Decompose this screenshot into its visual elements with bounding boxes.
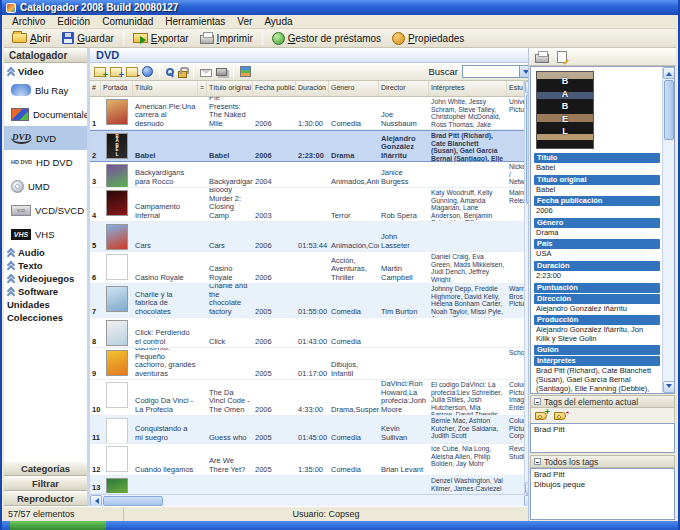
umd-icon	[11, 180, 24, 193]
sidebar-group-software[interactable]: Software	[4, 285, 87, 298]
scrollbar-thumb[interactable]	[664, 80, 674, 140]
sidebar-panel-categorias[interactable]: Categorías	[4, 461, 87, 476]
table-row[interactable]: 8Click: Perdiendo el controlClick200601:…	[90, 318, 524, 348]
table-row[interactable]: 10Codigo Da Vinci - La ProfeciaThe Da Vi…	[90, 380, 524, 416]
collapse-icon[interactable]	[534, 458, 541, 465]
table-cell-num: 3	[90, 162, 101, 187]
all-tags-list[interactable]: Brad PittDibujos peque	[530, 468, 675, 520]
sidebar-item-vcd-svcd[interactable]: VCDVCD/SVCD	[4, 198, 87, 222]
sidebar-group-label: Texto	[18, 260, 43, 271]
scroll-up-button[interactable]	[663, 67, 675, 79]
sidebar-item-vhs[interactable]: VHSVHS	[4, 222, 87, 246]
toolbar-button-guardar[interactable]: Guardar	[57, 31, 119, 45]
toolbar-button-abrir[interactable]: Abrir	[7, 32, 56, 45]
table-cell-portada	[101, 476, 133, 493]
remove-item-icon[interactable]	[126, 67, 138, 77]
toolbar-button-propiedades[interactable]: Propiedades	[387, 31, 469, 46]
sidebar-group-colecciones[interactable]: Colecciones	[4, 311, 87, 324]
report-icon[interactable]	[557, 51, 567, 63]
table-cell-genre: Terror	[329, 188, 379, 221]
toolbar-button-imprimir[interactable]: Imprimir	[195, 31, 258, 45]
sidebar-item-hd-dvd[interactable]: HD DVDHD DVD	[4, 150, 87, 174]
sidebar-group-texto[interactable]: Texto	[4, 259, 87, 272]
table-row[interactable]: 5CarsCars200601:53:44Animación,ComediaJo…	[90, 222, 524, 252]
sidebar-panel-reproductor[interactable]: Reproductor	[4, 491, 87, 506]
cover-thumbnail	[106, 350, 128, 376]
add-tag-icon[interactable]	[535, 412, 547, 420]
column-header-director[interactable]: Director	[379, 81, 429, 96]
online-icon[interactable]	[142, 66, 153, 77]
sidebar-group-video[interactable]: Video	[4, 65, 87, 78]
tag-item[interactable]: Brad Pitt	[534, 425, 671, 435]
current-tags-header[interactable]: Tags del elemento actual	[530, 395, 675, 408]
search-combobox[interactable]	[462, 65, 532, 78]
sidebar-item-umd[interactable]: UMD	[4, 174, 87, 198]
table-row[interactable]: 1American Pie:Una carrera al desnudoAmer…	[90, 97, 524, 130]
all-tags-header[interactable]: Todos los tags	[530, 455, 675, 468]
table-cell-dur: 01:17:00	[296, 348, 329, 379]
print-icon[interactable]	[535, 54, 549, 63]
table-cell-studio: Nickel / Netw Unite	[507, 162, 524, 187]
table-cell-num: 6	[90, 252, 101, 283]
scroll-down-button[interactable]	[663, 381, 675, 393]
search-input[interactable]	[463, 66, 519, 77]
detail-scrollbar[interactable]	[662, 67, 674, 393]
column-header-interpretes[interactable]: Intérpretes	[429, 81, 507, 96]
table-row[interactable]: 6Casino RoyaleCasino Royale2006Acción, A…	[90, 252, 524, 284]
table-cell-dur: 01:43:00	[296, 318, 329, 347]
table-cell-genre: Comedia	[329, 284, 379, 317]
sidebar-panel-filtrar[interactable]: Filtrar	[4, 476, 87, 491]
column-header-portada[interactable]: Portada	[101, 81, 133, 96]
menu-item-ayuda[interactable]: Ayuda	[258, 16, 298, 27]
table-row[interactable]: 7Charlie y la fabrica de chocolatesCharl…	[90, 284, 524, 318]
column-header-fecha-publicacion[interactable]: Fecha publicación	[253, 81, 296, 96]
toolbar-button-gestor-de-prestamos[interactable]: Gestor de préstamos	[267, 31, 386, 46]
sidebar-group-audio[interactable]: Audio	[4, 246, 87, 259]
horizontal-scrollbar[interactable]	[90, 494, 536, 506]
table-row[interactable]: 2B A B E LBabelBabel20062:23:00DramaAlej…	[90, 130, 524, 162]
chevron-up-icon	[7, 68, 15, 76]
menu-item-ver[interactable]: Ver	[231, 16, 258, 27]
view-grid-icon[interactable]	[240, 66, 251, 77]
loan-icon[interactable]	[216, 68, 227, 76]
toolbar-button-exportar[interactable]: Exportar	[128, 32, 194, 45]
zoom-icon[interactable]	[166, 68, 174, 76]
column-header-estudio[interactable]: Estudio	[507, 81, 524, 96]
table-row[interactable]: 3Backyardigans para RoccoBackyardigans20…	[90, 162, 524, 188]
table-row[interactable]: 13Denzel Washington, Val Kilmer, James C…	[90, 476, 524, 494]
scrollbar-thumb[interactable]	[103, 496, 163, 506]
add-item-icon[interactable]	[94, 67, 106, 77]
sidebar-item-blu-ray[interactable]: Blu Ray	[4, 78, 87, 102]
column-header-titulo[interactable]: Título	[133, 81, 198, 96]
scroll-left-button[interactable]	[90, 495, 102, 507]
column-header-titulo-original[interactable]: Título original	[207, 81, 253, 96]
lock-icon[interactable]	[178, 71, 187, 78]
table-cell-year: 2006	[253, 222, 296, 251]
menu-item-herramientas[interactable]: Herramientas	[159, 16, 231, 27]
table-row[interactable]: 11Conquistando a mi suegroGuess who20050…	[90, 416, 524, 444]
sidebar-group-unidades[interactable]: Unidades	[4, 298, 87, 311]
current-tags-list[interactable]: Brad Pitt	[530, 423, 675, 453]
table-row[interactable]: 4Campamento InfernalBloody Murder 2: Clo…	[90, 188, 524, 222]
sidebar-group-videojuegos[interactable]: Videojuegos	[4, 272, 87, 285]
column-header-genero[interactable]: Género	[329, 81, 379, 96]
sidebar-item-dvd[interactable]: DVDDVD	[4, 126, 87, 150]
table-cell-year: 2004	[253, 162, 296, 187]
table-cell-cast: Daniel Craig, Eva Green, Mads Mikkelsen,…	[429, 252, 507, 283]
column-header-flag[interactable]: =	[198, 81, 207, 96]
sidebar-item-documentales[interactable]: Documentales	[4, 102, 87, 126]
send-icon[interactable]	[200, 69, 212, 77]
collapse-icon[interactable]	[534, 398, 541, 405]
column-header-duracion[interactable]: Duración	[296, 81, 329, 96]
column-header-num[interactable]: #	[90, 81, 101, 96]
table-row[interactable]: 9Clifford de cachorrito: Pequeño cachorr…	[90, 348, 524, 380]
menu-item-archivo[interactable]: Archivo	[6, 16, 51, 27]
edit-item-icon[interactable]	[110, 67, 122, 77]
table-row[interactable]: 12Cuándo llegamosAre We There Yet?20051:…	[90, 444, 524, 476]
tag-item[interactable]: Brad Pitt	[534, 470, 671, 480]
remove-tag-icon[interactable]	[554, 412, 566, 420]
table-cell-dur: 2:23:00	[296, 131, 329, 161]
menu-item-edicion[interactable]: Edición	[51, 16, 96, 27]
menu-item-comunidad[interactable]: Comunidad	[96, 16, 159, 27]
tag-item[interactable]: Dibujos peque	[534, 480, 671, 490]
